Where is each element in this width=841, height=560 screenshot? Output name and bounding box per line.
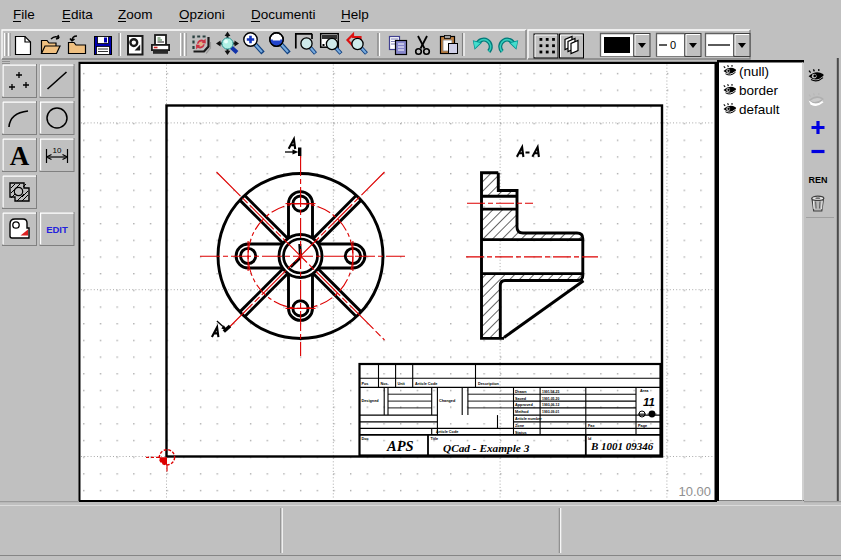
svg-text:1993-09-01: 1993-09-01 bbox=[542, 410, 559, 414]
svg-text:Nos.: Nos. bbox=[381, 382, 389, 386]
svg-text:Documenti: Documenti bbox=[251, 7, 316, 22]
svg-text:Title: Title bbox=[431, 437, 439, 441]
svg-text:Status: Status bbox=[515, 431, 527, 435]
svg-text:Unit: Unit bbox=[398, 382, 406, 386]
svg-text:Drawn: Drawn bbox=[515, 390, 527, 394]
svg-text:Article Code: Article Code bbox=[415, 382, 437, 386]
svg-text:1991-05-20: 1991-05-20 bbox=[542, 397, 559, 401]
svg-text:(null): (null) bbox=[739, 64, 769, 79]
svg-text:REN: REN bbox=[808, 175, 827, 185]
svg-text:Designed: Designed bbox=[362, 399, 380, 403]
svg-text:Fax: Fax bbox=[588, 424, 595, 428]
svg-text:border: border bbox=[739, 83, 779, 98]
svg-text:0: 0 bbox=[670, 39, 676, 51]
svg-text:Zone: Zone bbox=[515, 424, 524, 428]
svg-text:Zoom: Zoom bbox=[118, 7, 153, 22]
svg-text:1993-06-12: 1993-06-12 bbox=[542, 403, 559, 407]
svg-text:Help: Help bbox=[341, 7, 369, 22]
svg-text:B 1001 09346: B 1001 09346 bbox=[590, 440, 654, 452]
svg-text:default: default bbox=[739, 102, 780, 117]
svg-text:Saved: Saved bbox=[515, 397, 527, 401]
svg-text:1991-04-25: 1991-04-25 bbox=[542, 390, 559, 394]
svg-text:Description: Description bbox=[478, 382, 500, 386]
svg-text:Article number: Article number bbox=[515, 417, 542, 421]
svg-text:10.00: 10.00 bbox=[678, 484, 711, 499]
svg-text:Opzioni: Opzioni bbox=[179, 7, 225, 22]
svg-text:Method: Method bbox=[515, 410, 529, 414]
svg-text:Doc: Doc bbox=[362, 437, 369, 441]
svg-text:Changed: Changed bbox=[439, 399, 456, 403]
svg-text:EDIT: EDIT bbox=[46, 224, 68, 235]
svg-text:Area: Area bbox=[640, 389, 649, 393]
svg-text:APS: APS bbox=[386, 438, 414, 454]
svg-text:File: File bbox=[13, 7, 35, 22]
svg-text:Article Code: Article Code bbox=[436, 430, 458, 434]
svg-text:10: 10 bbox=[53, 146, 62, 155]
svg-text:QCad - Example 3: QCad - Example 3 bbox=[443, 442, 530, 454]
svg-text:Pos: Pos bbox=[362, 382, 369, 386]
svg-text:Page: Page bbox=[638, 424, 647, 428]
svg-text:A: A bbox=[10, 141, 30, 171]
svg-text:Edita: Edita bbox=[62, 7, 93, 22]
svg-text:Approved: Approved bbox=[515, 403, 533, 407]
svg-text:11: 11 bbox=[643, 396, 655, 408]
